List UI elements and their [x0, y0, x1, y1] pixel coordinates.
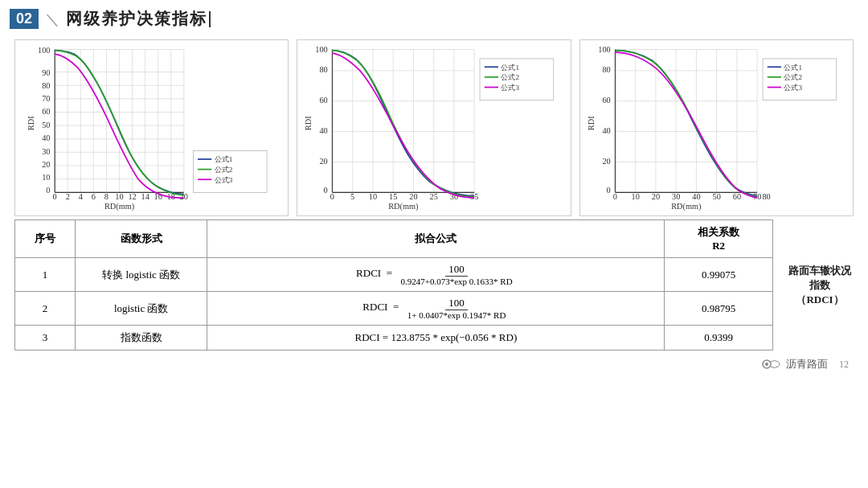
row3-r2: 0.9399 [665, 326, 773, 351]
svg-text:20: 20 [651, 192, 659, 201]
svg-text:20: 20 [410, 192, 418, 201]
svg-text:10: 10 [115, 192, 123, 201]
svg-text:100: 100 [38, 46, 50, 55]
page-title: 网级养护决策指标 [66, 8, 207, 30]
svg-point-135 [765, 363, 768, 366]
svg-text:RDI: RDI [27, 116, 35, 130]
svg-text:RD(mm): RD(mm) [104, 202, 134, 211]
svg-text:公式3: 公式3 [215, 176, 233, 184]
svg-text:40: 40 [320, 126, 328, 135]
svg-text:25: 25 [430, 192, 438, 201]
svg-text:60: 60 [320, 96, 328, 105]
svg-text:12: 12 [128, 192, 136, 201]
chart-1: 100 90 80 70 60 50 40 30 20 10 0 0 2 4 6… [14, 39, 289, 216]
svg-text:公式1: 公式1 [784, 64, 802, 72]
svg-text:100: 100 [316, 45, 328, 54]
svg-text:40: 40 [692, 192, 700, 201]
svg-text:RD(mm): RD(mm) [389, 202, 419, 211]
chart-3: 100 80 60 40 20 0 0 10 20 30 40 50 60 70… [579, 39, 854, 216]
row3-formula: RDCI = 123.8755 * exp(−0.056 * RD) [207, 326, 665, 351]
svg-text:6: 6 [92, 192, 96, 201]
table-row: 3 指数函数 RDCI = 123.8755 * exp(−0.056 * RD… [15, 326, 773, 351]
svg-text:40: 40 [42, 133, 50, 142]
logo-text: 沥青路面 [786, 357, 828, 371]
svg-text:公式1: 公式1 [215, 155, 233, 163]
row2-index: 2 [15, 292, 76, 326]
svg-text:10: 10 [369, 192, 377, 201]
svg-text:10: 10 [42, 173, 50, 182]
page-number: 12 [839, 359, 849, 371]
header-arrow-icon: ＼ [45, 10, 59, 29]
section-badge: 02 [10, 9, 39, 29]
formula-table: 序号 函数形式 拟合公式 相关系数R2 1 转换 logistic 函数 RDC… [14, 219, 773, 351]
svg-text:30: 30 [42, 147, 50, 156]
row3-func: 指数函数 [75, 326, 207, 351]
svg-text:公式3: 公式3 [502, 84, 520, 92]
svg-text:0: 0 [324, 186, 328, 195]
row1-index: 1 [15, 258, 76, 292]
svg-text:90: 90 [42, 68, 50, 77]
svg-text:RDI: RDI [587, 116, 596, 130]
table-row: 2 logistic 函数 RDCI = 100 1+ 0.0407*exp 0… [15, 292, 773, 326]
svg-text:20: 20 [320, 157, 328, 166]
page-header: 02 ＼ 网级养护决策指标 [0, 0, 868, 35]
svg-text:70: 70 [42, 94, 50, 103]
svg-text:2: 2 [66, 192, 70, 201]
svg-text:公式1: 公式1 [502, 64, 520, 72]
svg-text:RDI: RDI [304, 116, 313, 130]
svg-text:10: 10 [631, 192, 639, 201]
svg-text:60: 60 [732, 192, 740, 201]
svg-text:14: 14 [141, 192, 149, 201]
svg-text:30: 30 [672, 192, 680, 201]
table-area: 序号 函数形式 拟合公式 相关系数R2 1 转换 logistic 函数 RDC… [0, 219, 868, 354]
svg-text:100: 100 [598, 45, 610, 54]
svg-text:80: 80 [42, 81, 50, 90]
svg-text:公式2: 公式2 [502, 73, 520, 81]
svg-text:0: 0 [53, 192, 57, 201]
svg-text:公式3: 公式3 [784, 84, 802, 92]
svg-text:4: 4 [79, 192, 83, 201]
svg-text:60: 60 [602, 96, 610, 105]
svg-text:RD(mm): RD(mm) [671, 202, 701, 211]
charts-row: 100 90 80 70 60 50 40 30 20 10 0 0 2 4 6… [0, 35, 868, 219]
chart-2: 100 80 60 40 20 0 0 5 10 15 20 25 30 35 … [297, 39, 571, 216]
svg-text:8: 8 [104, 192, 108, 201]
logo-area: 沥青路面 12 [760, 355, 849, 373]
side-label: 路面车辙状况指数 （RDCI） [781, 219, 854, 351]
table-row: 1 转换 logistic 函数 RDCI = 100 0.9247+0.073… [15, 258, 773, 292]
svg-text:80: 80 [762, 192, 770, 201]
row2-func: logistic 函数 [75, 292, 207, 326]
col-header-func: 函数形式 [75, 220, 207, 258]
svg-text:20: 20 [42, 160, 50, 169]
svg-text:公式2: 公式2 [784, 73, 802, 81]
svg-text:80: 80 [320, 65, 328, 74]
svg-text:0: 0 [613, 192, 617, 201]
svg-text:50: 50 [42, 121, 50, 129]
row1-r2: 0.99075 [665, 258, 773, 292]
svg-text:60: 60 [42, 107, 50, 116]
svg-text:5: 5 [350, 192, 354, 201]
row3-index: 3 [15, 326, 76, 351]
svg-text:80: 80 [602, 65, 610, 74]
svg-text:0: 0 [46, 186, 50, 195]
row2-r2: 0.98795 [665, 292, 773, 326]
page-footer: 沥青路面 12 [0, 354, 868, 376]
cursor-icon [209, 11, 211, 27]
row2-formula: RDCI = 100 1+ 0.0407*exp 0.1947* RD [207, 292, 665, 326]
svg-text:50: 50 [712, 192, 720, 201]
col-header-r2: 相关系数R2 [665, 220, 773, 258]
svg-text:40: 40 [602, 126, 610, 135]
col-header-index: 序号 [15, 220, 76, 258]
col-header-formula: 拟合公式 [207, 220, 665, 258]
row1-formula: RDCI = 100 0.9247+0.073*exp 0.1633* RD [207, 258, 665, 292]
row1-func: 转换 logistic 函数 [75, 258, 207, 292]
logo-icon [760, 355, 783, 373]
svg-text:20: 20 [602, 157, 610, 166]
svg-text:公式2: 公式2 [215, 166, 233, 174]
svg-text:0: 0 [606, 186, 610, 195]
svg-text:15: 15 [389, 192, 397, 201]
svg-text:0: 0 [330, 192, 334, 201]
